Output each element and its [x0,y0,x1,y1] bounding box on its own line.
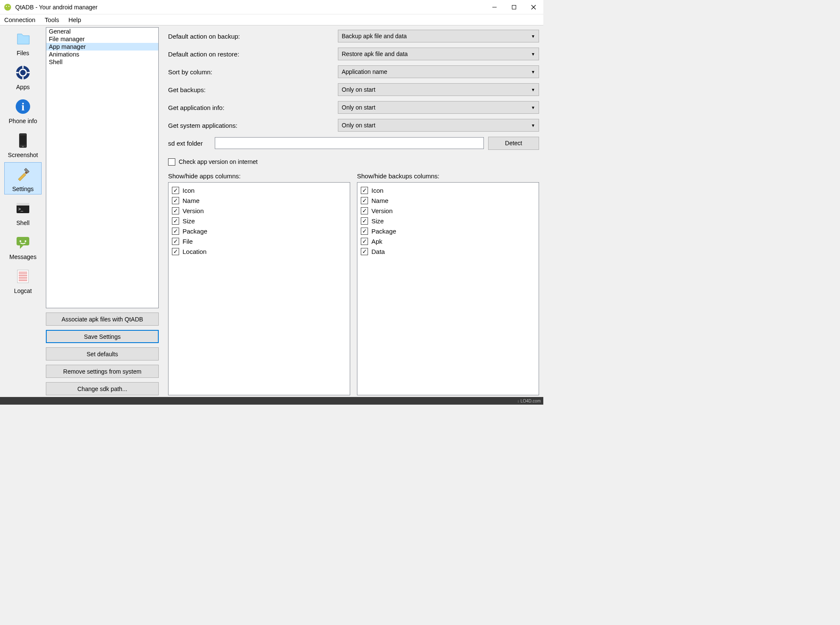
backups-column-checkbox[interactable]: ✓ [361,187,368,194]
chat-icon [13,232,33,253]
backups-column-checkbox[interactable]: ✓ [361,248,368,255]
check-version-label: Check app version on internet [179,158,258,165]
combo-get-backups[interactable]: Only on start ▼ [338,83,539,96]
chevron-down-icon: ▼ [531,87,535,92]
backups-column-label: Name [371,197,388,204]
combo-default-restore[interactable]: Restore apk file and data ▼ [338,48,539,60]
menu-help[interactable]: Help [67,16,83,24]
save-settings-button[interactable]: Save Settings [46,330,159,343]
backups-columns-title: Show/hide backups columns: [357,172,539,180]
chevron-down-icon: ▼ [531,105,535,110]
apps-column-checkbox[interactable]: ✓ [172,248,179,255]
combo-get-app-info[interactable]: Only on start ▼ [338,101,539,114]
apps-column-item: ✓Size [172,216,346,226]
info-icon: i [13,96,33,117]
label-default-restore: Default action on restore: [168,51,338,58]
apps-column-checkbox[interactable]: ✓ [172,187,179,194]
associate-apk-button[interactable]: Associate apk files with QtADB [46,312,159,326]
backups-column-label: Size [371,217,384,225]
label-default-backup: Default action on backup: [168,33,338,40]
backups-columns-group: Show/hide backups columns: ✓Icon✓Name✓Ve… [357,172,539,395]
menu-tools[interactable]: Tools [43,16,61,24]
menubar: Connection Tools Help [0,14,543,25]
chevron-down-icon: ▼ [531,52,535,56]
backups-column-item: ✓Icon [361,185,535,195]
sidebar-item-settings[interactable]: Settings [4,162,42,194]
combo-get-sys-apps[interactable]: Only on start ▼ [338,119,539,132]
footer: ↓ LO4D.com [0,397,543,405]
android-icon [3,3,12,11]
backups-column-item: ✓Name [361,195,535,206]
backups-column-item: ✓Version [361,206,535,216]
close-button[interactable] [524,0,543,14]
category-animations[interactable]: Animations [46,51,158,58]
backups-column-label: Icon [371,187,383,194]
sidebar-item-files[interactable]: Files [4,26,42,59]
apps-column-item: ✓Location [172,246,346,256]
apps-column-item: ✓File [172,236,346,246]
backups-column-label: Apk [371,238,382,245]
label-sort-column: Sort by column: [168,68,338,76]
backups-column-item: ✓Size [361,216,535,226]
apps-column-checkbox[interactable]: ✓ [172,228,179,235]
svg-text:>_: >_ [18,207,23,211]
apps-column-checkbox[interactable]: ✓ [172,217,179,225]
terminal-icon: >_ [13,198,33,219]
category-app-manager[interactable]: App manager [46,43,158,51]
category-file-manager[interactable]: File manager [46,35,158,43]
backups-column-checkbox[interactable]: ✓ [361,207,368,214]
backups-column-item: ✓Apk [361,236,535,246]
sidebar-item-messages[interactable]: Messages [4,230,42,262]
combo-default-backup[interactable]: Backup apk file and data ▼ [338,30,539,42]
combo-sort-column[interactable]: Application name ▼ [338,65,539,78]
minimize-button[interactable] [485,0,504,14]
menu-connection[interactable]: Connection [3,16,37,24]
apps-column-checkbox[interactable]: ✓ [172,207,179,214]
apps-columns-list: ✓Icon✓Name✓Version✓Size✓Package✓File✓Loc… [168,182,350,395]
apps-column-label: File [183,238,193,245]
backups-column-checkbox[interactable]: ✓ [361,217,368,225]
remove-settings-button[interactable]: Remove settings from system [46,365,159,378]
apps-column-checkbox[interactable]: ✓ [172,238,179,245]
maximize-button[interactable] [504,0,524,14]
svg-point-1 [6,6,7,6]
backups-column-checkbox[interactable]: ✓ [361,228,368,235]
phone-icon [13,130,33,151]
apps-column-checkbox[interactable]: ✓ [172,197,179,204]
sidebar: Files Apps i Phone info Screenshot Setti… [0,25,46,397]
sidebar-item-apps[interactable]: Apps [4,60,42,93]
backups-column-item: ✓Package [361,226,535,236]
apps-column-label: Name [183,197,199,204]
backups-column-label: Package [371,228,396,235]
sd-ext-input[interactable] [215,137,484,149]
svg-text:i: i [21,101,24,113]
apps-column-item: ✓Package [172,226,346,236]
folder-icon [13,28,33,49]
window-title: QtADB - Your android manager [15,4,485,11]
set-defaults-button[interactable]: Set defaults [46,347,159,360]
backups-column-checkbox[interactable]: ✓ [361,238,368,245]
svg-rect-20 [17,203,29,206]
detect-button[interactable]: Detect [488,137,539,150]
apps-column-label: Location [183,248,207,255]
label-get-app-info: Get application info: [168,104,338,111]
label-get-backups: Get backups: [168,86,338,93]
settings-categories-column: General File manager App manager Animati… [46,25,159,397]
sidebar-item-screenshot[interactable]: Screenshot [4,128,42,160]
svg-point-24 [25,240,26,242]
sidebar-item-phone-info[interactable]: i Phone info [4,94,42,127]
sidebar-item-shell[interactable]: >_ Shell [4,196,42,228]
sidebar-item-logcat[interactable]: Logcat [4,264,42,296]
category-general[interactable]: General [46,28,158,35]
category-shell[interactable]: Shell [46,58,158,66]
chevron-down-icon: ▼ [531,34,535,39]
settings-categories-list[interactable]: General File manager App manager Animati… [46,27,159,308]
check-version-checkbox[interactable] [168,158,175,166]
apps-column-item: ✓Name [172,195,346,206]
tools-icon [13,164,33,185]
backups-column-checkbox[interactable]: ✓ [361,197,368,204]
svg-rect-4 [512,5,516,9]
backups-columns-list: ✓Icon✓Name✓Version✓Size✓Package✓Apk✓Data [357,182,539,395]
settings-panel: Default action on backup: Backup apk fil… [159,25,543,397]
change-sdk-path-button[interactable]: Change sdk path... [46,382,159,395]
